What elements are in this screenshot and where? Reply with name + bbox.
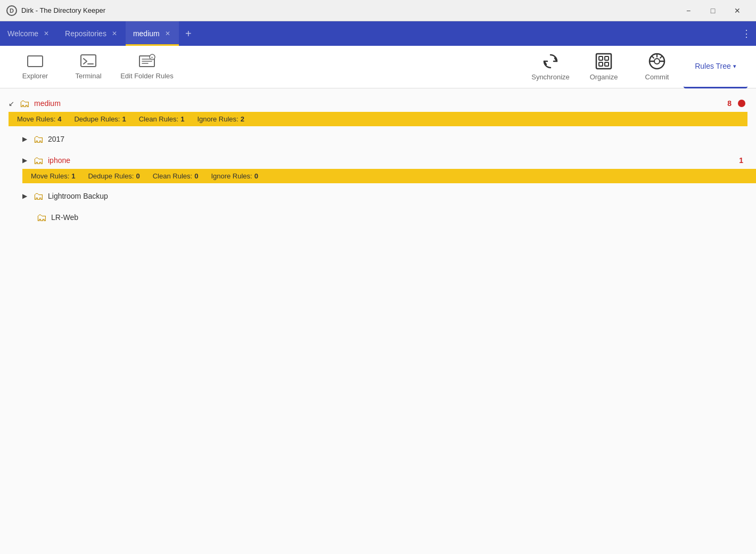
app-title: Dirk - The Directory Keeper — [21, 6, 676, 14]
svg-rect-9 — [596, 54, 611, 69]
iphone-clean-label: Clean Rules: — [153, 172, 192, 180]
ignore-rules: Ignore Rules: 2 — [197, 115, 244, 123]
main-content: ↙ 🗂 medium 8 Move Rules: 4 Dedupe Rules:… — [0, 88, 756, 554]
content-wrapper: ↙ 🗂 medium 8 Move Rules: 4 Dedupe Rules:… — [0, 88, 756, 230]
folder-icon-lightroom: 🗂 — [33, 190, 44, 202]
svg-rect-13 — [605, 62, 609, 66]
folder-name-2017: 2017 — [48, 135, 747, 143]
toolbar-edit-folder-rules[interactable]: + Edit Folder Rules — [115, 46, 179, 88]
tab-bar: Welcome ✕ Repositories ✕ medium ✕ + ⋮ — [0, 21, 756, 46]
root-badge-count: 8 — [727, 99, 732, 108]
minimize-button[interactable]: − — [676, 3, 701, 19]
rules-tree-chevron-icon: ▾ — [733, 63, 736, 70]
iphone-clean-rules: Clean Rules: 0 — [153, 172, 199, 180]
tab-medium-label: medium — [133, 29, 160, 38]
iphone-move-rules: Move Rules: 1 — [31, 172, 75, 180]
toolbar-commit-label: Commit — [645, 73, 669, 81]
folder-name-lightroom: Lightroom Backup — [48, 192, 747, 200]
organize-icon — [595, 53, 612, 70]
tab-add-button[interactable]: + — [179, 21, 198, 46]
tab-medium[interactable]: medium ✕ — [126, 21, 179, 46]
svg-rect-0 — [28, 56, 43, 67]
svg-rect-10 — [599, 56, 603, 60]
ignore-value: 2 — [241, 115, 244, 123]
tab-repositories-close[interactable]: ✕ — [111, 29, 118, 38]
window-controls: − □ ✕ — [676, 3, 750, 19]
folder-name-lr-web: LR-Web — [51, 213, 747, 222]
toolbar-organize[interactable]: Organize — [577, 46, 630, 88]
maximize-button[interactable]: □ — [701, 3, 725, 19]
svg-rect-1 — [81, 55, 96, 67]
commit-icon — [648, 53, 665, 70]
title-bar: D Dirk - The Directory Keeper − □ ✕ — [0, 0, 756, 21]
iphone-move-label: Move Rules: — [31, 172, 69, 180]
iphone-clean-value: 0 — [194, 172, 198, 180]
iphone-move-value: 1 — [71, 172, 75, 180]
dedupe-rules: Dedupe Rules: 1 — [74, 115, 126, 123]
svg-rect-11 — [605, 56, 609, 60]
toolbar-edit-folder-rules-label: Edit Folder Rules — [120, 72, 174, 80]
svg-rect-12 — [599, 62, 603, 66]
root-folder-name: medium — [34, 99, 381, 108]
tree-row-medium[interactable]: ↙ 🗂 medium 8 — [9, 95, 747, 112]
tab-medium-close[interactable]: ✕ — [164, 29, 171, 38]
toolbar-synchronize[interactable]: Synchronize — [524, 46, 577, 88]
toolbar-explorer-label: Explorer — [22, 72, 48, 80]
rules-tree-label: Rules Tree ▾ — [695, 62, 736, 70]
folder-icon-iphone: 🗂 — [33, 154, 44, 167]
root-indent-arrow: ↙ — [9, 100, 19, 108]
move-label: Move Rules: — [17, 115, 55, 123]
root-folder-icon: 🗂 — [19, 97, 30, 110]
ignore-label: Ignore Rules: — [197, 115, 238, 123]
toolbar-explorer[interactable]: Explorer — [9, 46, 62, 88]
tree-row-iphone[interactable]: ▶ 🗂 iphone 1 — [22, 152, 747, 169]
tree-row-2017[interactable]: ▶ 🗂 2017 — [22, 131, 747, 148]
toolbar-terminal-label: Terminal — [75, 72, 101, 80]
root-badge-dot — [738, 100, 745, 107]
toolbar: Explorer Terminal + Edit Folder Rules — [0, 46, 756, 88]
toolbar-terminal[interactable]: Terminal — [62, 46, 115, 88]
iphone-dedupe-rules: Dedupe Rules: 0 — [88, 172, 139, 180]
folder-icon-lr-web: 🗂 — [36, 211, 47, 224]
folder-icon-2017: 🗂 — [33, 133, 44, 145]
iphone-badge-count: 1 — [739, 156, 743, 165]
iphone-dedupe-label: Dedupe Rules: — [88, 172, 134, 180]
rules-bar-iphone: Move Rules: 1 Dedupe Rules: 0 Clean Rule… — [22, 169, 756, 183]
clean-value: 1 — [180, 115, 184, 123]
root-badge: 8 — [727, 99, 747, 108]
iphone-ignore-label: Ignore Rules: — [211, 172, 252, 180]
close-button[interactable]: ✕ — [725, 3, 750, 19]
tab-menu-button[interactable]: ⋮ — [737, 21, 756, 46]
chevron-2017[interactable]: ▶ — [22, 135, 33, 143]
app-icon: D — [6, 5, 17, 16]
iphone-ignore-rules: Ignore Rules: 0 — [211, 172, 258, 180]
svg-text:+: + — [151, 56, 153, 60]
chevron-iphone[interactable]: ▶ — [22, 157, 33, 164]
edit-folder-rules-icon: + — [138, 54, 155, 69]
move-rules: Move Rules: 4 — [17, 115, 61, 123]
terminal-icon — [80, 54, 97, 69]
toolbar-organize-label: Organize — [590, 73, 618, 81]
tab-welcome-label: Welcome — [7, 29, 38, 38]
synchronize-icon — [542, 53, 559, 70]
svg-point-15 — [654, 59, 660, 64]
clean-rules: Clean Rules: 1 — [139, 115, 185, 123]
tree-row-lightroom[interactable]: ▶ 🗂 Lightroom Backup — [22, 188, 747, 205]
dedupe-value: 1 — [122, 115, 126, 123]
iphone-ignore-value: 0 — [254, 172, 258, 180]
tab-welcome[interactable]: Welcome ✕ — [0, 21, 57, 46]
rules-bar-medium: Move Rules: 4 Dedupe Rules: 1 Clean Rule… — [9, 112, 747, 126]
folder-name-iphone: iphone — [48, 156, 393, 165]
toolbar-synchronize-label: Synchronize — [531, 73, 570, 81]
chevron-lightroom[interactable]: ▶ — [22, 192, 33, 200]
clean-label: Clean Rules: — [139, 115, 178, 123]
explorer-icon — [27, 54, 44, 69]
tab-repositories[interactable]: Repositories ✕ — [57, 21, 126, 46]
tab-welcome-close[interactable]: ✕ — [43, 29, 50, 38]
toolbar-rules-tree[interactable]: Rules Tree ▾ — [684, 46, 747, 88]
tree-row-lr-web[interactable]: 🗂 LR-Web — [36, 209, 747, 226]
iphone-dedupe-value: 0 — [136, 172, 139, 180]
toolbar-commit[interactable]: Commit — [630, 46, 684, 88]
move-value: 4 — [57, 115, 61, 123]
dedupe-label: Dedupe Rules: — [74, 115, 120, 123]
